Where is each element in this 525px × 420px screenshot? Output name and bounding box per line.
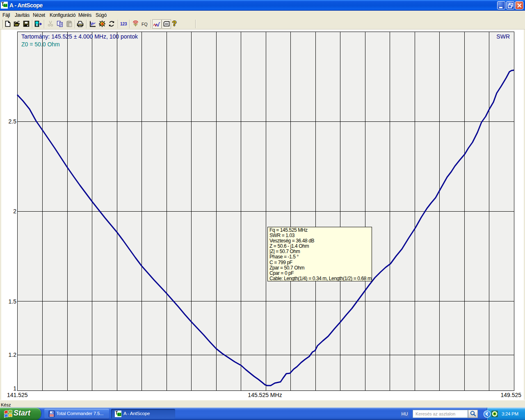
svg-text:SWR: SWR	[496, 33, 510, 40]
svg-text:1: 1	[13, 385, 16, 392]
svg-text:1.2: 1.2	[9, 352, 17, 358]
svg-text:141.525: 141.525	[7, 392, 28, 398]
svg-text:Tartomány: 145.525 ± 4.000 MHz: Tartomány: 145.525 ± 4.000 MHz, 100 pont…	[21, 33, 138, 40]
svg-text:145.525 MHz: 145.525 MHz	[248, 392, 282, 398]
svg-text:Z0 = 50.0 Ohm: Z0 = 50.0 Ohm	[21, 41, 60, 48]
svg-text:149.525: 149.525	[500, 392, 521, 398]
svg-text:1.5: 1.5	[9, 298, 17, 305]
svg-text:2: 2	[13, 208, 16, 215]
svg-text:2.5: 2.5	[9, 118, 17, 125]
